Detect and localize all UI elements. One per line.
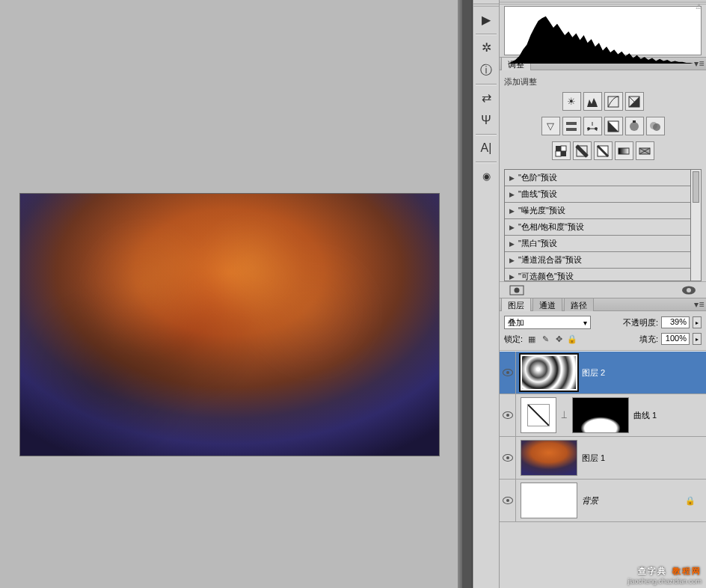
opacity-flyout-icon[interactable]: ▸ (693, 316, 702, 328)
link-icon: ⟘ (561, 410, 568, 420)
svg-rect-13 (561, 146, 566, 151)
svg-rect-0 (608, 97, 618, 107)
document-canvas[interactable] (20, 194, 439, 456)
layer-row-background[interactable]: 背景 🔒 (500, 480, 706, 522)
canvas-clouds-overlay (20, 194, 439, 456)
opacity-label: 不透明度: (623, 317, 658, 328)
expand-arrow-icon: ▶ (509, 273, 515, 281)
preset-item-hue-sat[interactable]: ▶"色相/饱和度"预设 (505, 219, 690, 236)
svg-point-5 (595, 127, 598, 130)
fill-flyout-icon[interactable]: ▸ (693, 333, 702, 345)
expand-arrow-icon: ▶ (509, 207, 515, 215)
invert-icon[interactable] (552, 141, 571, 160)
panels-column: ⚠ 调整 ▾≡ 添加调整 ☀ ▽ (500, 0, 706, 588)
layer-row-curves1[interactable]: ⟘ 曲线 1 (500, 394, 706, 437)
adjust-icon-row-1: ☀ (504, 89, 702, 114)
threshold-icon[interactable] (594, 141, 613, 160)
circle-mask-icon[interactable] (681, 284, 697, 296)
svg-rect-8 (633, 120, 636, 123)
play-icon[interactable]: ▶ (476, 10, 497, 30)
svg-rect-3 (566, 128, 577, 131)
adjustment-thumbnail[interactable] (521, 397, 556, 433)
preset-list-box: ▶"色阶"预设 ▶"曲线"预设 ▶"曝光度"预设 ▶"色相/饱和度"预设 ▶"黑… (504, 169, 702, 281)
vertical-toolbar: ▶ ✲ ⓘ ⇄ Ψ A| ◉ (473, 0, 500, 588)
lock-icon: 🔒 (685, 496, 702, 506)
lock-transparent-icon[interactable]: ▦ (526, 333, 538, 345)
add-adjust-label: 添加调整 (504, 73, 702, 89)
layer-list: 图层 2 ⟘ 曲线 1 图层 1 背景 🔒 (500, 351, 706, 588)
expand-arrow-icon: ▶ (509, 174, 515, 182)
camera-icon[interactable]: ◉ (476, 166, 497, 186)
vibrance-icon[interactable]: ▽ (541, 117, 560, 135)
exposure-icon[interactable] (625, 92, 644, 111)
layer-thumbnail[interactable] (521, 355, 577, 391)
preset-item-levels[interactable]: ▶"色阶"预设 (505, 170, 690, 186)
layer-mask-thumbnail[interactable] (572, 397, 629, 433)
swatches-icon[interactable]: ⇄ (476, 88, 497, 108)
toolbar-grip[interactable] (473, 2, 499, 7)
canvas-area (0, 0, 458, 588)
watermark: 查字典 教程网 jiaocheng.chazidian.com (627, 562, 702, 585)
svg-rect-14 (556, 151, 561, 156)
lock-all-icon[interactable]: 🔒 (566, 333, 578, 345)
preset-list[interactable]: ▶"色阶"预设 ▶"曲线"预设 ▶"曝光度"预设 ▶"色相/饱和度"预设 ▶"黑… (504, 169, 691, 281)
preset-item-selective-color[interactable]: ▶"可选颜色"预设 (505, 269, 690, 281)
adjust-icon-row-2: ▽ (504, 114, 702, 138)
visibility-toggle[interactable] (500, 437, 516, 479)
layer-name[interactable]: 图层 2 (582, 367, 605, 379)
expand-arrow-icon: ▶ (509, 257, 515, 264)
layer-name[interactable]: 曲线 1 (633, 410, 657, 421)
selective-color-icon[interactable] (636, 141, 654, 160)
layer-thumbnail[interactable] (521, 483, 577, 518)
eye-icon (503, 497, 513, 504)
fill-input[interactable]: 100% (661, 333, 690, 345)
black-white-icon[interactable] (604, 117, 623, 135)
info-icon[interactable]: ⓘ (476, 61, 497, 80)
text-tool-icon[interactable]: A| (476, 138, 497, 158)
photo-filter-icon[interactable] (625, 117, 644, 135)
rect-mask-icon[interactable] (509, 284, 525, 296)
preset-item-curves[interactable]: ▶"曲线"预设 (505, 186, 690, 203)
levels-icon[interactable] (583, 92, 602, 111)
curves-icon[interactable] (604, 92, 623, 111)
layer-thumbnail[interactable] (521, 440, 577, 476)
visibility-toggle[interactable] (500, 394, 516, 436)
layer-row-layer2[interactable]: 图层 2 (500, 352, 706, 394)
expand-arrow-icon: ▶ (509, 191, 515, 198)
tab-channels[interactable]: 通道 (532, 298, 562, 313)
visibility-toggle[interactable] (500, 352, 516, 393)
channel-mixer-icon[interactable] (646, 117, 665, 135)
brightness-contrast-icon[interactable]: ☀ (562, 92, 581, 111)
wheel-icon[interactable]: ✲ (476, 38, 497, 58)
preset-item-exposure[interactable]: ▶"曝光度"预设 (505, 203, 690, 219)
preset-item-channel-mixer[interactable]: ▶"通道混合器"预设 (505, 252, 690, 269)
color-balance-icon[interactable] (583, 117, 602, 135)
tab-layers[interactable]: 图层 (501, 298, 531, 313)
svg-point-20 (515, 287, 520, 293)
layer-row-layer1[interactable]: 图层 1 (500, 437, 706, 480)
lock-pixels-icon[interactable]: ✎ (539, 333, 551, 345)
hue-sat-icon[interactable] (562, 117, 581, 135)
preset-item-bw[interactable]: ▶"黑白"预设 (505, 236, 690, 252)
svg-point-22 (687, 288, 691, 293)
layer-name[interactable]: 背景 (582, 495, 598, 506)
layers-controls: 叠加 不透明度: 39% ▸ 锁定: ▦ ✎ ✥ 🔒 填充: 100% ▸ (500, 311, 706, 351)
tab-paths[interactable]: 路径 (564, 298, 594, 313)
layers-panel-menu-icon[interactable]: ▾≡ (693, 299, 706, 310)
svg-rect-11 (556, 146, 561, 151)
preset-scrollbar[interactable] (691, 169, 702, 281)
visibility-toggle[interactable] (500, 480, 516, 521)
layer-name[interactable]: 图层 1 (582, 453, 605, 464)
opacity-input[interactable]: 39% (661, 316, 690, 328)
histogram-panel[interactable]: ⚠ (504, 6, 702, 55)
dark-gutter (462, 0, 473, 588)
eye-icon (503, 411, 513, 419)
lock-position-icon[interactable]: ✥ (553, 333, 565, 345)
panel-grip[interactable] (500, 0, 706, 4)
fill-label: 填充: (639, 334, 658, 345)
histogram-graph (508, 7, 698, 64)
posterize-icon[interactable] (573, 141, 592, 160)
blend-mode-select[interactable]: 叠加 (504, 316, 591, 329)
gradient-map-icon[interactable] (615, 141, 633, 160)
usb-icon[interactable]: Ψ (476, 111, 497, 130)
